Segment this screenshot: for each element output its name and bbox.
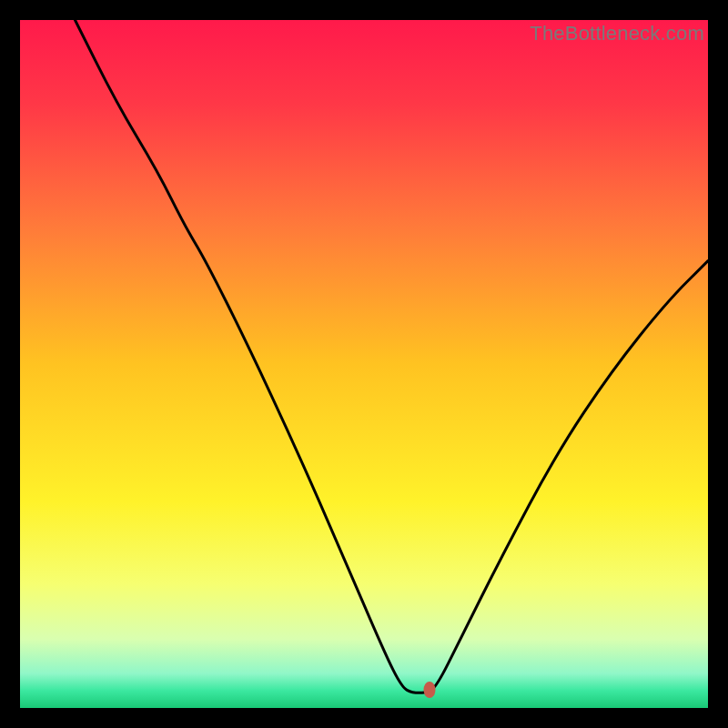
chart-frame: TheBottleneck.com <box>20 20 708 708</box>
watermark-text: TheBottleneck.com <box>530 22 704 46</box>
bottleneck-chart <box>20 20 708 708</box>
optimal-point-marker <box>423 682 435 698</box>
